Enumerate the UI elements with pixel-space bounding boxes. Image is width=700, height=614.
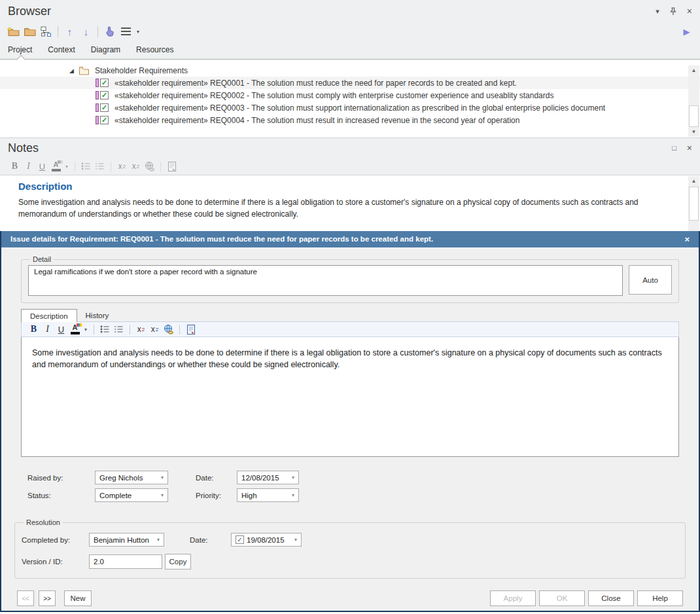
issue-detail-input[interactable]: Legal ramifications if we don't store a … <box>28 265 623 296</box>
superscript-icon[interactable]: x2 <box>115 160 129 173</box>
completed-by-select[interactable]: Benjamin Hutton ▾ <box>89 533 164 547</box>
requirement-icon: ✓ <box>96 79 109 87</box>
ok-button[interactable]: OK <box>539 590 585 606</box>
toolbar-separator <box>111 162 111 172</box>
numbered-list-icon[interactable] <box>112 323 126 336</box>
tab-project[interactable]: Project <box>8 45 32 54</box>
move-up-icon[interactable]: ↑ <box>61 24 78 39</box>
raised-by-label: Raised by: <box>27 474 95 482</box>
tree-item-req0002[interactable]: ✓ «stakeholder requirement» REQ0002 - Th… <box>0 89 700 101</box>
tree-item-req0004[interactable]: ✓ «stakeholder requirement» REQ0004 - Th… <box>0 114 700 126</box>
element-notes-icon[interactable] <box>165 160 179 173</box>
date-select[interactable]: 12/08/2015 ▾ <box>237 471 299 484</box>
element-notes-icon[interactable] <box>184 323 198 336</box>
bold-icon[interactable]: B <box>8 160 22 173</box>
notes-window-controls: □ × <box>672 143 692 153</box>
status-select[interactable]: Complete ▾ <box>95 488 168 502</box>
priority-select[interactable]: High ▾ <box>237 488 299 502</box>
subscript-icon[interactable]: x2 <box>129 160 143 173</box>
issue-fields: Raised by: Greg Nichols ▾ Date: 12/08/20… <box>27 471 686 502</box>
new-model-folder-icon[interactable] <box>5 24 22 39</box>
resolution-group-label: Resolution <box>24 518 63 526</box>
hyperlink-globe-icon[interactable] <box>162 323 175 336</box>
resolution-date-label: Date: <box>190 536 231 544</box>
close-icon[interactable]: × <box>687 7 692 16</box>
tab-resources[interactable]: Resources <box>136 45 173 54</box>
scroll-up-icon[interactable]: ▲ <box>688 65 699 75</box>
scrollbar-track[interactable] <box>688 75 699 127</box>
resolution-date-select[interactable]: ✓ 19/08/2015 ▾ <box>231 533 302 547</box>
move-down-icon[interactable]: ↓ <box>78 24 94 39</box>
bold-icon[interactable]: B <box>27 323 41 336</box>
underline-icon[interactable]: U <box>35 160 49 173</box>
tree-item-req0003[interactable]: ✓ «stakeholder requirement» REQ0003 - Th… <box>0 101 700 114</box>
next-issue-button[interactable]: >> <box>39 590 56 606</box>
bullet-list-icon[interactable] <box>79 160 93 173</box>
font-color-dropdown-icon[interactable]: ▾ <box>63 160 71 173</box>
browser-window-controls: ▾ × <box>656 7 692 16</box>
tab-description[interactable]: Description <box>21 309 77 322</box>
chevron-down-icon: ▾ <box>294 537 297 543</box>
pin-icon[interactable] <box>670 7 676 16</box>
folder-icon[interactable] <box>22 24 38 39</box>
dialog-action-buttons: Apply OK Close Help <box>487 590 683 606</box>
tree-scrollbar[interactable]: ▲ ▼ <box>688 65 699 137</box>
auto-button[interactable]: Auto <box>629 265 672 295</box>
superscript-icon[interactable]: x2 <box>134 323 148 336</box>
copy-button[interactable]: Copy <box>165 554 191 569</box>
maximize-icon[interactable]: □ <box>672 145 676 152</box>
diagram-icon[interactable] <box>38 24 54 39</box>
completed-by-label: Completed by: <box>22 536 89 544</box>
scrollbar-thumb[interactable] <box>689 187 699 221</box>
chevron-down-icon: ▾ <box>157 537 160 543</box>
notes-titlebar: Notes □ × <box>0 138 700 158</box>
scroll-down-icon[interactable]: ▼ <box>688 127 699 137</box>
notes-content[interactable]: Description Some investigation and analy… <box>0 175 700 231</box>
close-icon[interactable]: × <box>687 143 692 153</box>
toolbar-separator <box>75 162 75 172</box>
italic-icon[interactable]: I <box>22 160 35 173</box>
close-button[interactable]: Close <box>588 590 634 606</box>
notes-scrollbar[interactable]: ▲ <box>688 176 699 231</box>
subscript-icon[interactable]: x2 <box>148 323 162 336</box>
italic-icon[interactable]: I <box>41 323 54 336</box>
requirement-icon: ✓ <box>96 103 109 112</box>
dialog-close-icon[interactable]: × <box>684 234 690 244</box>
tree-item-req0001[interactable]: ✓ «stakeholder requirement» REQ0001 - Th… <box>0 77 700 89</box>
scrollbar-thumb[interactable] <box>689 105 699 127</box>
hamburger-dropdown-icon[interactable]: ▾ <box>137 29 139 35</box>
tab-diagram[interactable]: Diagram <box>91 45 120 54</box>
apply-button[interactable]: Apply <box>490 590 536 606</box>
raised-by-select[interactable]: Greg Nichols ▾ <box>95 471 168 484</box>
browser-toolbar: ↑ ↓ ▾ ▶ <box>0 22 700 41</box>
tree-item-label: «stakeholder requirement» REQ0002 - The … <box>114 91 553 100</box>
tree-item-label: «stakeholder requirement» REQ0003 - The … <box>114 103 605 113</box>
expand-toolbar-icon[interactable]: ▶ <box>678 24 695 39</box>
priority-label: Priority: <box>196 492 237 499</box>
previous-issue-button[interactable]: << <box>17 590 34 606</box>
tab-context[interactable]: Context <box>48 45 75 54</box>
numbered-list-icon[interactable] <box>93 160 107 173</box>
detail-group-label: Detail <box>30 255 54 263</box>
hamburger-menu-icon[interactable] <box>118 24 134 39</box>
date-checkbox[interactable]: ✓ <box>236 535 244 544</box>
scroll-up-icon[interactable]: ▲ <box>688 176 699 186</box>
hyperlink-globe-icon[interactable] <box>143 160 156 173</box>
tree-folder-row[interactable]: ◢ Stakeholder Requirements <box>0 64 700 77</box>
chevron-down-icon: ▾ <box>292 475 294 480</box>
font-color-icon[interactable]: A <box>49 160 63 173</box>
version-id-input[interactable]: 2.0 <box>89 554 162 569</box>
collapse-triangle-icon[interactable]: ◢ <box>69 67 74 74</box>
underline-icon[interactable]: U <box>54 323 68 336</box>
scrollbar-track[interactable] <box>688 186 699 231</box>
font-color-dropdown-icon[interactable]: ▾ <box>82 323 90 336</box>
tab-history[interactable]: History <box>77 309 118 321</box>
panel-menu-chevron-icon[interactable]: ▾ <box>656 8 659 15</box>
dialog-buttons: << >> New Apply OK Close Help <box>17 590 683 606</box>
description-editor[interactable]: Some investigation and analysis needs to… <box>21 337 679 457</box>
help-button[interactable]: Help <box>637 590 683 606</box>
new-button[interactable]: New <box>64 590 92 606</box>
bullet-list-icon[interactable] <box>98 323 112 336</box>
locate-hand-icon[interactable] <box>101 24 118 39</box>
font-color-icon[interactable]: A <box>68 323 82 336</box>
